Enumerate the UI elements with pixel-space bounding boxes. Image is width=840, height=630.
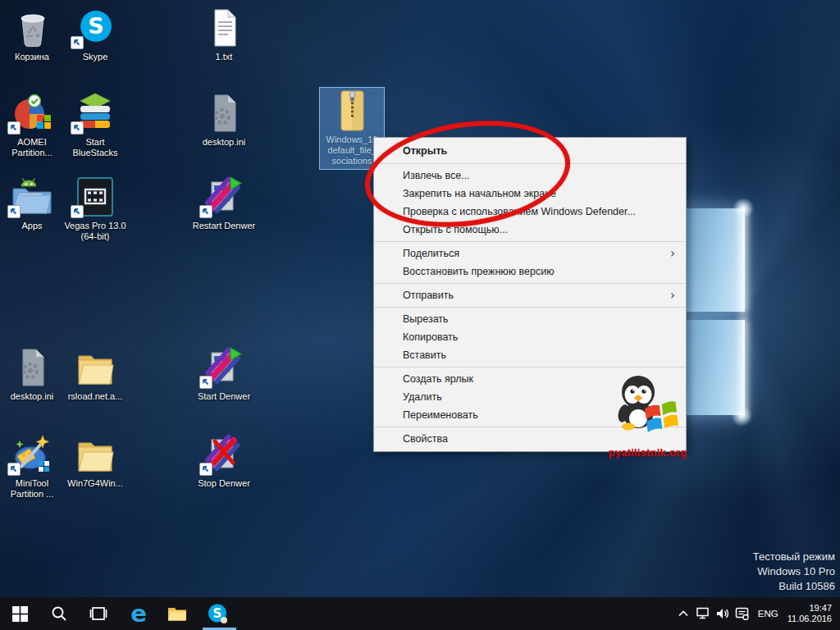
- menu-item-share[interactable]: Поделиться›: [374, 244, 686, 262]
- desktop-icon-label: Restart Denwer: [192, 221, 256, 231]
- desktop-screen: Корзина S Skype 1.txt: [0, 0, 840, 630]
- shortcut-arrow-icon: [7, 205, 21, 218]
- shortcut-arrow-icon: [71, 205, 84, 218]
- submenu-arrow-icon: ›: [670, 286, 675, 304]
- menu-separator: [374, 367, 686, 368]
- task-view-icon: [89, 606, 108, 621]
- desktop-icon-aomei[interactable]: AOMEI Partition...: [0, 92, 64, 158]
- skype-icon: S: [207, 603, 228, 624]
- desktop-icon-label: 1.txt: [192, 52, 256, 62]
- shortcut-arrow-icon: [199, 205, 212, 218]
- ini-file-icon: [9, 346, 55, 389]
- recycle-bin-icon: [9, 7, 55, 49]
- folder-icon: [72, 346, 118, 389]
- skype-icon: S: [72, 7, 118, 49]
- apps-folder-icon: [9, 176, 55, 218]
- menu-item-cut[interactable]: Вырезать: [374, 310, 686, 328]
- action-center-icon: [735, 607, 749, 620]
- menu-item-restore-previous-version[interactable]: Восстановить прежнюю версию: [374, 262, 686, 281]
- file-explorer-button[interactable]: [159, 597, 195, 630]
- denwer-feather-icon: [201, 346, 247, 389]
- desktop-icon-skype[interactable]: S Skype: [63, 7, 127, 62]
- desktop-icon-label: desktop.ini: [0, 391, 64, 402]
- shortcut-arrow-icon: [7, 121, 21, 135]
- desktop-icon-recycle-bin[interactable]: Корзина: [0, 7, 64, 62]
- tray-volume-button[interactable]: [713, 597, 733, 630]
- ini-file-icon: [201, 92, 247, 135]
- desktop-icon-desktop-ini[interactable]: desktop.ini: [192, 92, 256, 148]
- desktop-icon-label: rsload.net.a...: [63, 391, 127, 402]
- language-indicator[interactable]: ENG: [752, 609, 784, 619]
- vegas-pro-icon: [72, 176, 118, 218]
- desktop-icon-label: Win7G4Win...: [63, 478, 127, 489]
- penguin-logo: [607, 369, 689, 448]
- desktop-icon-label: Start BlueStacks: [63, 137, 127, 158]
- desktop-icon-label: Stop Denwer: [192, 478, 256, 489]
- menu-item-paste[interactable]: Вставить: [374, 346, 686, 364]
- desktop-icon-win7g4win-folder[interactable]: Win7G4Win...: [63, 433, 127, 489]
- desktop-icon-vegas-pro[interactable]: Vegas Pro 13.0 (64-bit): [63, 176, 127, 242]
- desktop-icon-1txt[interactable]: 1.txt: [192, 7, 256, 62]
- svg-text:S: S: [213, 606, 222, 621]
- denwer-feather-stop-icon: [201, 433, 247, 476]
- tray-chevron-button[interactable]: [673, 597, 693, 630]
- shortcut-arrow-icon: [71, 121, 84, 135]
- submenu-arrow-icon: ›: [670, 244, 675, 262]
- clock-date: 11.06.2016: [788, 614, 832, 624]
- wallpaper-window-pane-top: [679, 208, 744, 312]
- desktop-icon-label: Apps: [0, 221, 64, 231]
- edge-button[interactable]: e: [121, 597, 157, 630]
- menu-item-send-to[interactable]: Отправить›: [374, 286, 686, 304]
- minitool-partition-icon: [9, 433, 55, 476]
- shortcut-arrow-icon: [7, 463, 21, 476]
- shortcut-arrow-icon: [199, 463, 212, 476]
- menu-item-copy[interactable]: Копировать: [374, 328, 686, 346]
- wallpaper-glow-dot: [731, 405, 752, 427]
- desktop-icon-label: Vegas Pro 13.0 (64-bit): [63, 221, 127, 242]
- desktop-icon-label: AOMEI Partition...: [0, 137, 64, 158]
- desktop-icon-label: Корзина: [0, 52, 64, 62]
- skype-taskbar-button[interactable]: S: [199, 597, 235, 630]
- edge-icon: e: [130, 600, 147, 628]
- menu-separator: [374, 241, 686, 242]
- text-file-icon: [201, 7, 247, 49]
- desktop-icon-label: Start Denwer: [192, 391, 256, 402]
- file-explorer-icon: [167, 605, 187, 622]
- folder-icon: [72, 433, 118, 476]
- menu-separator: [374, 307, 686, 308]
- clock[interactable]: 19:47 11.06.2016: [784, 603, 840, 624]
- denwer-feather-icon: [201, 176, 247, 218]
- shortcut-arrow-icon: [71, 36, 84, 49]
- desktop-icon-label: Skype: [63, 52, 127, 62]
- tray-network-button[interactable]: [693, 597, 713, 630]
- menu-separator: [374, 283, 686, 284]
- wallpaper-glow-dot: [733, 198, 754, 219]
- zip-file-icon: [329, 89, 375, 132]
- start-button[interactable]: [2, 597, 38, 630]
- desktop-icon-minitool[interactable]: MiniTool Partition ...: [0, 433, 64, 500]
- taskbar: e S: [0, 597, 840, 630]
- desktop-icon-label: MiniTool Partition ...: [0, 478, 64, 500]
- volume-icon: [715, 607, 730, 620]
- chevron-up-icon: [678, 610, 688, 617]
- task-view-button[interactable]: [80, 597, 116, 630]
- desktop-icon-start-denwer[interactable]: Start Denwer: [192, 346, 256, 402]
- search-button[interactable]: [41, 597, 77, 630]
- windows-logo-icon: [12, 606, 28, 622]
- desktop-icon-desktop-ini-2[interactable]: desktop.ini: [0, 346, 64, 402]
- windows-build-watermark: Тестовый режим Windows 10 Pro Build 1058…: [753, 550, 835, 594]
- desktop-icon-apps[interactable]: Apps: [0, 176, 64, 231]
- site-watermark: pyatilistnik.org: [605, 369, 691, 459]
- desktop-icon-restart-denwer[interactable]: Restart Denwer: [192, 176, 256, 231]
- tray-action-center-button[interactable]: [733, 597, 752, 630]
- desktop-icon-bluestacks[interactable]: Start BlueStacks: [63, 92, 127, 158]
- aomei-partition-icon: [9, 92, 55, 135]
- svg-text:S: S: [88, 13, 103, 39]
- shortcut-arrow-icon: [199, 376, 212, 389]
- desktop-icon-label: desktop.ini: [192, 137, 256, 148]
- desktop-icon-rsload-folder[interactable]: rsload.net.a...: [63, 346, 127, 402]
- clock-time: 19:47: [788, 603, 832, 614]
- watermark-text: pyatilistnik.org: [605, 446, 691, 459]
- desktop-icon-stop-denwer[interactable]: Stop Denwer: [192, 433, 256, 489]
- network-icon: [696, 607, 710, 620]
